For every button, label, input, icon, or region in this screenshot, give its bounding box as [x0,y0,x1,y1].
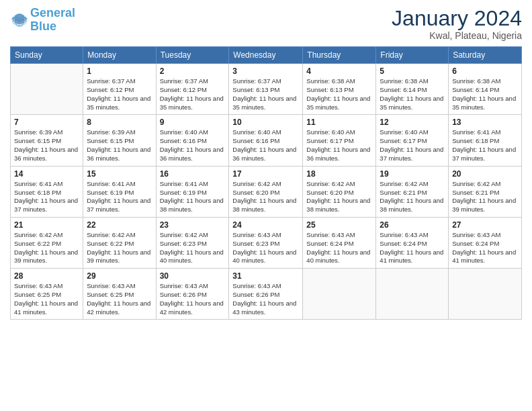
calendar-cell: 5Sunrise: 6:38 AMSunset: 6:14 PMDaylight… [376,64,449,115]
sunrise-text: Sunrise: 6:43 AM [160,282,208,289]
daylight-text: Daylight: 11 hours and 35 minutes. [306,95,370,111]
calendar-cell: 4Sunrise: 6:38 AMSunset: 6:13 PMDaylight… [303,64,376,115]
daylight-text: Daylight: 11 hours and 43 minutes. [232,300,296,316]
day-info: Sunrise: 6:41 AMSunset: 6:19 PMDaylight:… [160,180,226,214]
day-info: Sunrise: 6:43 AMSunset: 6:25 PMDaylight:… [87,282,152,316]
calendar-cell [303,269,376,320]
day-number: 15 [87,169,152,179]
day-info: Sunrise: 6:43 AMSunset: 6:24 PMDaylight:… [306,231,372,265]
day-info: Sunrise: 6:43 AMSunset: 6:23 PMDaylight:… [232,231,299,265]
sunrise-text: Sunrise: 6:38 AM [306,77,355,85]
day-number: 25 [306,220,372,230]
calendar-cell: 13Sunrise: 6:41 AMSunset: 6:18 PMDayligh… [449,115,522,166]
page: General Blue January 2024 Kwal, Plateau,… [0,0,532,411]
calendar-cell: 16Sunrise: 6:41 AMSunset: 6:19 PMDayligh… [156,166,229,217]
daylight-text: Daylight: 11 hours and 35 minutes. [87,95,150,111]
calendar-cell: 18Sunrise: 6:42 AMSunset: 6:20 PMDayligh… [303,166,376,217]
day-number: 20 [452,169,518,179]
logo-blue: Blue [30,19,56,33]
day-info: Sunrise: 6:41 AMSunset: 6:18 PMDaylight:… [452,128,518,163]
day-number: 2 [160,66,226,76]
daylight-text: Daylight: 11 hours and 38 minutes. [232,197,296,213]
day-info: Sunrise: 6:43 AMSunset: 6:25 PMDaylight:… [14,282,79,316]
logo-text-block: General Blue [30,7,75,34]
daylight-text: Daylight: 11 hours and 37 minutes. [87,197,150,213]
sunset-text: Sunset: 6:12 PM [160,86,207,93]
sunset-text: Sunset: 6:16 PM [160,137,207,144]
calendar-cell: 24Sunrise: 6:43 AMSunset: 6:23 PMDayligh… [229,217,303,268]
header: General Blue January 2024 Kwal, Plateau,… [10,7,522,41]
day-info: Sunrise: 6:41 AMSunset: 6:19 PMDaylight:… [87,180,152,214]
sunset-text: Sunset: 6:24 PM [306,240,353,247]
calendar-cell: 12Sunrise: 6:40 AMSunset: 6:17 PMDayligh… [376,115,449,166]
calendar-cell: 21Sunrise: 6:42 AMSunset: 6:22 PMDayligh… [11,217,83,268]
daylight-text: Daylight: 11 hours and 39 minutes. [87,248,150,265]
sunset-text: Sunset: 6:17 PM [380,137,427,144]
title-block: January 2024 Kwal, Plateau, Nigeria [392,7,522,41]
sunset-text: Sunset: 6:26 PM [160,291,207,298]
sunrise-text: Sunrise: 6:42 AM [14,231,62,238]
calendar-cell: 20Sunrise: 6:42 AMSunset: 6:21 PMDayligh… [449,166,522,217]
day-number: 23 [160,220,226,230]
sunrise-text: Sunrise: 6:43 AM [380,231,428,238]
day-number: 4 [306,66,372,76]
sunrise-text: Sunrise: 6:40 AM [232,128,281,136]
day-info: Sunrise: 6:43 AMSunset: 6:26 PMDaylight:… [232,282,299,316]
day-info: Sunrise: 6:37 AMSunset: 6:12 PMDaylight:… [160,77,226,111]
sunrise-text: Sunrise: 6:37 AM [160,77,208,85]
calendar-cell: 30Sunrise: 6:43 AMSunset: 6:26 PMDayligh… [156,269,229,320]
sunset-text: Sunset: 6:21 PM [452,189,499,196]
day-number: 5 [380,66,445,76]
calendar-cell: 22Sunrise: 6:42 AMSunset: 6:22 PMDayligh… [83,217,156,268]
daylight-text: Daylight: 11 hours and 39 minutes. [14,248,78,265]
daylight-text: Daylight: 11 hours and 40 minutes. [232,248,296,265]
calendar-cell [11,64,83,115]
calendar-week-row: 14Sunrise: 6:41 AMSunset: 6:18 PMDayligh… [11,166,522,217]
day-info: Sunrise: 6:43 AMSunset: 6:24 PMDaylight:… [452,231,518,265]
daylight-text: Daylight: 11 hours and 36 minutes. [14,146,78,162]
sunset-text: Sunset: 6:18 PM [14,189,61,196]
day-number: 27 [452,220,518,230]
daylight-text: Daylight: 11 hours and 36 minutes. [87,146,150,162]
day-info: Sunrise: 6:43 AMSunset: 6:24 PMDaylight:… [380,231,445,265]
day-number: 18 [306,169,372,179]
daylight-text: Daylight: 11 hours and 38 minutes. [306,197,370,213]
daylight-text: Daylight: 11 hours and 40 minutes. [306,248,370,265]
sunrise-text: Sunrise: 6:38 AM [380,77,428,85]
sunset-text: Sunset: 6:25 PM [14,291,61,298]
sunset-text: Sunset: 6:16 PM [232,137,279,144]
daylight-text: Daylight: 11 hours and 36 minutes. [160,146,224,162]
sunrise-text: Sunrise: 6:42 AM [380,180,428,187]
sunrise-text: Sunrise: 6:41 AM [160,180,208,187]
sunset-text: Sunset: 6:12 PM [87,86,134,93]
calendar-cell: 8Sunrise: 6:39 AMSunset: 6:15 PMDaylight… [83,115,156,166]
sunset-text: Sunset: 6:20 PM [232,189,279,196]
calendar-cell: 28Sunrise: 6:43 AMSunset: 6:25 PMDayligh… [11,269,83,320]
sunset-text: Sunset: 6:20 PM [306,189,353,196]
daylight-text: Daylight: 11 hours and 35 minutes. [452,95,516,111]
calendar-cell [376,269,449,320]
sunrise-text: Sunrise: 6:43 AM [452,231,500,238]
calendar-cell: 6Sunrise: 6:38 AMSunset: 6:14 PMDaylight… [449,64,522,115]
day-number: 7 [14,118,79,127]
day-info: Sunrise: 6:37 AMSunset: 6:13 PMDaylight:… [232,77,299,111]
logo: General Blue [10,7,75,34]
calendar-table: SundayMondayTuesdayWednesdayThursdayFrid… [10,46,522,320]
sunrise-text: Sunrise: 6:41 AM [14,180,62,187]
day-info: Sunrise: 6:40 AMSunset: 6:16 PMDaylight:… [160,128,226,163]
daylight-text: Daylight: 11 hours and 35 minutes. [160,95,224,111]
day-info: Sunrise: 6:41 AMSunset: 6:18 PMDaylight:… [14,180,79,214]
day-info: Sunrise: 6:39 AMSunset: 6:15 PMDaylight:… [87,128,152,163]
calendar-cell: 15Sunrise: 6:41 AMSunset: 6:19 PMDayligh… [83,166,156,217]
day-info: Sunrise: 6:42 AMSunset: 6:22 PMDaylight:… [14,231,79,265]
calendar-cell: 27Sunrise: 6:43 AMSunset: 6:24 PMDayligh… [449,217,522,268]
sunset-text: Sunset: 6:24 PM [452,240,499,247]
calendar-week-row: 21Sunrise: 6:42 AMSunset: 6:22 PMDayligh… [11,217,522,268]
daylight-text: Daylight: 11 hours and 41 minutes. [380,248,443,265]
sunrise-text: Sunrise: 6:43 AM [232,282,281,289]
daylight-text: Daylight: 11 hours and 37 minutes. [380,146,443,162]
calendar-header-monday: Monday [83,47,156,64]
logo-text: General Blue [30,7,75,34]
day-number: 31 [232,271,299,281]
day-number: 22 [87,220,152,230]
